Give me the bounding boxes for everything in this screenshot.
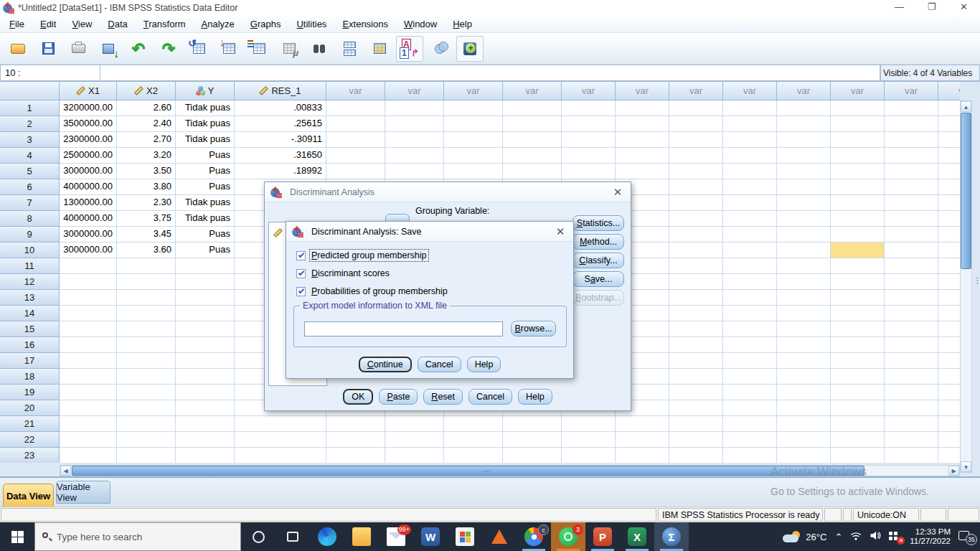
descriptives-icon[interactable]: μ: [275, 36, 303, 62]
column-header-var-5[interactable]: var: [562, 82, 616, 100]
cell-1-var10[interactable]: [831, 100, 885, 116]
cell-22-var6[interactable]: [616, 432, 669, 448]
cell-4-var3[interactable]: [444, 148, 503, 164]
dialog-title-bar[interactable]: ✚ Discriminant Analysis: Save ✕: [286, 222, 573, 242]
menu-analyze[interactable]: Analyze: [194, 17, 242, 32]
row-header-19[interactable]: 19: [0, 385, 60, 400]
cell-1-X1[interactable]: 3200000.00: [60, 100, 117, 116]
row-header-4[interactable]: 4: [0, 148, 60, 164]
cell-12-var9[interactable]: [777, 274, 831, 290]
column-header-var-10[interactable]: var: [831, 82, 885, 100]
cell-5-Y[interactable]: Puas: [176, 164, 235, 179]
wifi-icon[interactable]: [850, 530, 862, 543]
column-header-var-11[interactable]: var: [885, 82, 938, 100]
cell-23-var1[interactable]: [326, 448, 385, 463]
cell-20-var10[interactable]: [831, 400, 885, 416]
checkbox-predicted[interactable]: [296, 251, 306, 260]
cell-2-var11[interactable]: [885, 116, 938, 132]
cell-22-var1[interactable]: [326, 432, 385, 448]
cell-6-var8[interactable]: [723, 179, 777, 195]
cell-7-var9[interactable]: [777, 195, 831, 211]
extensions-icon[interactable]: +: [456, 36, 484, 62]
cell-19-var8[interactable]: [723, 385, 777, 400]
cell-3-var10[interactable]: [831, 132, 885, 148]
cell-13-var12[interactable]: [938, 290, 960, 306]
taskbar-app-mail[interactable]: 99+: [379, 522, 413, 551]
cell-3-var4[interactable]: [503, 132, 562, 148]
cell-13-var7[interactable]: [669, 290, 723, 306]
cell-20-X2[interactable]: [117, 400, 176, 416]
cell-4-Y[interactable]: Puas: [176, 148, 235, 164]
cell-13-var9[interactable]: [777, 290, 831, 306]
cell-9-var7[interactable]: [669, 227, 723, 242]
cell-12-Y[interactable]: [176, 274, 235, 290]
recall-dialogs-icon[interactable]: ↓: [95, 36, 122, 62]
cell-4-var1[interactable]: [326, 148, 385, 164]
cell-2-X2[interactable]: 2.40: [117, 116, 176, 132]
cell-21-var9[interactable]: [777, 416, 831, 432]
tab-data-view[interactable]: Data View: [3, 484, 54, 508]
taskbar-app-excel[interactable]: X: [620, 522, 654, 551]
row-header-9[interactable]: 9: [0, 227, 60, 242]
cell-15-var8[interactable]: [723, 321, 777, 337]
checkbox-label[interactable]: Probabilities of group membership: [310, 286, 449, 297]
cell-18-X2[interactable]: [117, 369, 176, 385]
cell-7-X1[interactable]: 1300000.00: [60, 195, 117, 211]
cell-10-var12[interactable]: [938, 242, 960, 258]
cell-4-var5[interactable]: [562, 148, 616, 164]
column-header-RES_1[interactable]: RES_1: [235, 82, 326, 100]
cell-17-Y[interactable]: [176, 353, 235, 369]
menu-help[interactable]: Help: [445, 17, 480, 32]
pane-splitter-handle[interactable]: ⋯: [484, 466, 492, 476]
cell-10-Y[interactable]: Puas: [176, 242, 235, 258]
cell-19-Y[interactable]: [176, 385, 235, 400]
cell-17-X1[interactable]: [60, 353, 117, 369]
cell-18-var10[interactable]: [831, 369, 885, 385]
cell-19-var10[interactable]: [831, 385, 885, 400]
cell-1-X2[interactable]: 2.60: [117, 100, 176, 116]
row-header-17[interactable]: 17: [0, 353, 60, 369]
cell-4-var11[interactable]: [885, 148, 938, 164]
cell-10-var9[interactable]: [777, 242, 831, 258]
checkbox-label[interactable]: Discriminant scores: [310, 268, 391, 279]
dialog-close-icon[interactable]: ✕: [553, 225, 567, 238]
restore-button[interactable]: ❐: [915, 0, 948, 16]
cell-8-X2[interactable]: 3.75: [117, 211, 176, 227]
cell-12-var8[interactable]: [723, 274, 777, 290]
cell-4-RES_1[interactable]: .31650: [235, 148, 326, 164]
menu-edit[interactable]: Edit: [32, 17, 64, 32]
minimize-button[interactable]: —: [883, 0, 915, 16]
cell-2-var9[interactable]: [777, 116, 831, 132]
row-header-3[interactable]: 3: [0, 132, 60, 148]
cell-11-var12[interactable]: [938, 258, 960, 274]
taskbar-clock[interactable]: 12:33 PM 11/27/2022: [910, 527, 951, 546]
cell-8-Y[interactable]: Tidak puas: [176, 211, 235, 227]
cell-16-var10[interactable]: [831, 337, 885, 353]
cell-18-var9[interactable]: [777, 369, 831, 385]
cell-1-Y[interactable]: Tidak puas: [176, 100, 235, 116]
cell-9-var11[interactable]: [885, 227, 938, 242]
cell-2-RES_1[interactable]: .25615: [235, 116, 326, 132]
cell-21-X1[interactable]: [60, 416, 117, 432]
cell-19-X2[interactable]: [117, 385, 176, 400]
cell-23-var6[interactable]: [616, 448, 669, 463]
cell-23-RES_1[interactable]: [235, 448, 326, 463]
cell-3-var3[interactable]: [444, 132, 503, 148]
cell-18-var12[interactable]: [938, 369, 960, 385]
cell-16-var9[interactable]: [777, 337, 831, 353]
save-icon[interactable]: [34, 36, 62, 62]
checkbox-discriminant[interactable]: [296, 269, 306, 278]
cell-5-RES_1[interactable]: .18992: [235, 164, 326, 179]
cell-9-Y[interactable]: Puas: [176, 227, 235, 242]
cell-21-var2[interactable]: [385, 416, 444, 432]
cell-5-var2[interactable]: [385, 164, 444, 179]
close-button[interactable]: ✕: [948, 0, 980, 16]
horizontal-scroll-thumb[interactable]: [72, 466, 864, 476]
volume-icon[interactable]: [870, 530, 881, 543]
cell-1-RES_1[interactable]: .00833: [235, 100, 326, 116]
browse-button[interactable]: Browse...: [511, 321, 556, 336]
cell-20-X1[interactable]: [60, 400, 117, 416]
taskbar-app-chrome[interactable]: c: [517, 522, 551, 551]
cell-20-Y[interactable]: [176, 400, 235, 416]
tray-expand-chevron-icon[interactable]: ⌃: [834, 532, 842, 542]
